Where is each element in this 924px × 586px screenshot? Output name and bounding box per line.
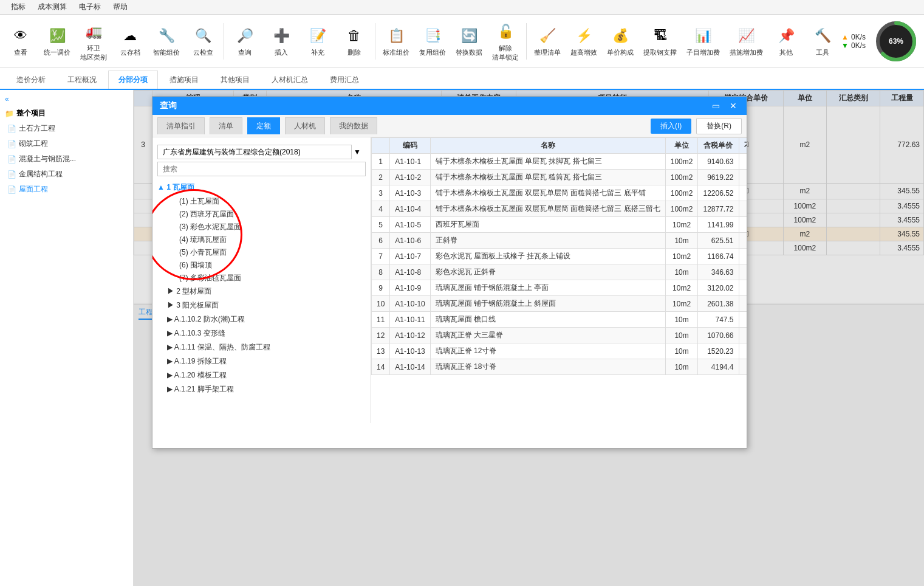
tree-item-liuli[interactable]: (4) 琉璃瓦屋面 (162, 233, 366, 246)
sidebar-item-wumian-label: 屋面工程 (19, 184, 48, 195)
result-table-row[interactable]: 2 A1-10-2 铺于木檩条木榆板土瓦屋面 单层瓦 糙筒瓦 搭七留三 100m… (372, 170, 747, 185)
tree-group-muban[interactable]: ▶ A.1.20 模板工程 (157, 368, 366, 382)
tree-group-jiaoshou[interactable]: ▶ A.1.21 脚手架工程 (157, 382, 366, 396)
tree-item-xibanya[interactable]: (2) 西班牙瓦屋面 (162, 208, 366, 221)
quota-dropdown[interactable]: 广东省房屋建筑与装饰工程综合定额(2018) (157, 145, 352, 159)
tab-rencaiji[interactable]: 人材机汇总 (261, 71, 318, 89)
result-cell-seq: 4 (372, 201, 390, 217)
insert-button[interactable]: 插入(I) (651, 119, 691, 134)
result-table-row[interactable]: 13 A1-10-13 琉璃瓦正脊 12寸脊 10m 1520.23 1416.… (372, 343, 747, 359)
tree-group-xingcai[interactable]: ▶ 2 型材屋面 (157, 284, 366, 298)
tree-group-chaicai[interactable]: ▶ A.1.19 拆除工程 (157, 354, 366, 368)
dialog-minimize-btn[interactable]: ▭ (710, 101, 722, 111)
result-table-row[interactable]: 3 A1-10-3 铺于木檩条木榆板土瓦屋面 双层瓦单层筒 面糙筒搭七留三 底平… (372, 185, 747, 201)
dialog-tab-qingdanzhinyin[interactable]: 清单指引 (157, 117, 205, 134)
toolbar-yunCuncang[interactable]: ☁ 云存档 (112, 22, 148, 60)
toolbar-dandanjiegou[interactable]: 💰 单价构成 (602, 22, 638, 60)
menu-bangzhu[interactable]: 帮助 (107, 1, 134, 13)
toolbar-tongyitiaojia[interactable]: 💹 统一调价 (39, 22, 75, 60)
toolbar-huanwei[interactable]: 🚛 环卫地区类别 (75, 18, 112, 64)
replace-button[interactable]: 替换(R) (696, 118, 742, 134)
result-table-row[interactable]: 1 A1-10-1 铺于木檩条木榆板土瓦屋面 单层瓦 抹脚瓦 搭七留三 100m… (372, 154, 747, 170)
menubar: 指标 成本测算 电子标 帮助 (0, 0, 924, 15)
replace-icon: 🔄 (458, 25, 480, 47)
dialog-tab-qingdan[interactable]: 清单 (210, 117, 242, 134)
toolbar-shanchu[interactable]: 🗑 删除 (336, 22, 372, 60)
result-table-row[interactable]: 12 A1-10-12 琉璃瓦正脊 大三星脊 10m 1070.66 998.0… (372, 328, 747, 343)
result-cell-notax: 2833.57 (739, 280, 747, 296)
result-cell-seq: 8 (372, 264, 390, 280)
result-table-row[interactable]: 7 A1-10-7 彩色水泥瓦 屋面板上或椽子 挂瓦条上铺设 10m2 1166… (372, 249, 747, 264)
toolbar-buchong[interactable]: 📝 补充 (299, 22, 336, 60)
dropdown-arrow-icon: ▼ (354, 148, 361, 156)
toolbar-charu[interactable]: ➕ 插入 (263, 22, 299, 60)
result-cell-tax: 747.5 (698, 312, 739, 328)
tree-item-duocai[interactable]: (7) 多彩油毡瓦屋面 (162, 272, 366, 284)
tree-group-wamian[interactable]: ▲ 1 瓦屋面 (157, 180, 366, 195)
tab-cuoshi[interactable]: 措施项目 (159, 71, 209, 89)
toolbar-chakan[interactable]: 👁 查看 (2, 22, 39, 60)
menu-chengben[interactable]: 成本测算 (32, 1, 73, 13)
toolbar-cuoshizengjiafei[interactable]: 📈 措施增加费 (725, 22, 768, 60)
dialog-tab-rencaiji[interactable]: 人材机 (285, 117, 325, 134)
menu-zhibiao[interactable]: 指标 (5, 1, 32, 13)
menu-dianzibiao[interactable]: 电子标 (73, 1, 107, 13)
tab-zaojia[interactable]: 造价分析 (6, 71, 56, 89)
tree-item-xiaoqing[interactable]: (5) 小青瓦屋面 (162, 246, 366, 259)
dialog-close-btn[interactable]: ✕ (727, 101, 739, 111)
unlock-icon: 🔓 (495, 21, 516, 43)
tab-goncheng[interactable]: 工程概况 (57, 71, 107, 89)
toolbar-tiqu[interactable]: 🏗 提取钢支撑 (638, 22, 682, 60)
sidebar-item-qizhu[interactable]: 📄 砌筑工程 (0, 136, 133, 151)
toolbar-jiechu[interactable]: 🔓 解除清单锁定 (487, 18, 524, 64)
tree-item-tuwamian[interactable]: (1) 土瓦屋面 (162, 195, 366, 208)
result-table-row[interactable]: 6 A1-10-6 正斜脊 10m 625.51 578.19 (372, 233, 747, 249)
tree-group-yangguang[interactable]: ▶ 3 阳光板屋面 (157, 298, 366, 312)
toolbar-fuyongzujia[interactable]: 📑 复用组价 (414, 22, 451, 60)
result-cell-seq: 9 (372, 280, 390, 296)
tree-search-input[interactable] (157, 162, 366, 176)
sidebar-collapse-btn[interactable]: « (5, 95, 9, 103)
toolbar-zimuzengjiafei[interactable]: 📊 子目增加费 (682, 22, 725, 60)
delete-icon: 🗑 (343, 25, 365, 47)
result-cell-seq: 11 (372, 312, 390, 328)
tree-item-weiqiang[interactable]: (6) 围墙顶 (162, 259, 366, 272)
result-table-row[interactable]: 11 A1-10-11 琉璃瓦屋面 檐口线 10m 747.5 704.63 (372, 312, 747, 328)
view-icon: 👁 (10, 25, 32, 47)
result-table-row[interactable]: 5 A1-10-5 西班牙瓦屋面 10m2 1141.99 1039.38 (372, 217, 747, 233)
tab-fenbu[interactable]: 分部分项 (108, 71, 158, 89)
toolbar-zhengli[interactable]: 🧹 整理清单 (529, 22, 566, 60)
sidebar-item-tushifang[interactable]: 📄 土石方工程 (0, 121, 133, 136)
toolbar-yunjiancha[interactable]: 🔍 云检查 (185, 22, 221, 60)
toolbar-tihuan[interactable]: 🔄 替换数据 (451, 22, 487, 60)
result-cell-code: A1-10-1 (390, 154, 430, 170)
result-table-row[interactable]: 10 A1-10-10 琉璃瓦屋面 铺于钢筋混凝土上 斜屋面 10m2 2601… (372, 296, 747, 312)
toolbar-chaogao[interactable]: ⚡ 超高增效 (566, 22, 602, 60)
tab-qita[interactable]: 其他项目 (210, 71, 260, 89)
sidebar-item-hunningtu[interactable]: 📄 混凝土与钢筋混... (0, 151, 133, 167)
toolbar-qita[interactable]: 📌 其他 (768, 22, 804, 60)
result-cell-name: 铺于木檩条木榆板土瓦屋面 单层瓦 糙筒瓦 搭七留三 (430, 170, 665, 185)
tree-group-fangshui[interactable]: ▶ A.1.10.2 防水(潮)工程 (157, 312, 366, 326)
result-cell-name: 铺于木檩条木榆板土瓦屋面 双层瓦单层筒 面糙筒搭七留三 底平铺 (430, 185, 665, 201)
result-cell-tax: 9140.63 (698, 154, 739, 170)
toolbar-gongju[interactable]: 🔨 工具 (804, 22, 841, 60)
dialog-tab-dinge[interactable]: 定额 (247, 117, 280, 134)
tree-group-bianxingfeng[interactable]: ▶ A.1.10.3 变形缝 (157, 326, 366, 340)
tab-feiyong[interactable]: 费用汇总 (320, 71, 369, 89)
file-icon3: 📄 (7, 155, 16, 164)
toolbar-zhinengzujia[interactable]: 🔧 智能组价 (148, 22, 185, 60)
result-table-row[interactable]: 4 A1-10-4 铺于木檩条木榆板土瓦屋面 双层瓦单层筒 面糙筒搭七留三 底搭… (372, 201, 747, 217)
toolbar-chaxun[interactable]: 🔎 查询 (227, 22, 263, 60)
result-cell-code: A1-10-3 (390, 185, 430, 201)
toolbar-shanchu-label: 删除 (347, 48, 361, 57)
sidebar-item-wumian[interactable]: 📄 屋面工程 (0, 182, 133, 197)
result-table-row[interactable]: 8 A1-10-8 彩色水泥瓦 正斜脊 10m 346.63 343.91 (372, 264, 747, 280)
result-table-row[interactable]: 9 A1-10-9 琉璃瓦屋面 铺于钢筋混凝土上 亭面 10m2 3120.02… (372, 280, 747, 296)
tree-item-caise[interactable]: (3) 彩色水泥瓦屋面 (162, 221, 366, 233)
dialog-tab-wode[interactable]: 我的数据 (330, 117, 377, 134)
sidebar-item-jinshu[interactable]: 📄 金属结构工程 (0, 167, 133, 182)
toolbar-biaozhunzujia[interactable]: 📋 标准组价 (378, 22, 414, 60)
tree-group-baoweng[interactable]: ▶ A.1.11 保温、隔热、防腐工程 (157, 340, 366, 354)
result-table-row[interactable]: 14 A1-10-14 琉璃瓦正脊 18寸脊 10m 4194.4 3730.4… (372, 359, 747, 375)
